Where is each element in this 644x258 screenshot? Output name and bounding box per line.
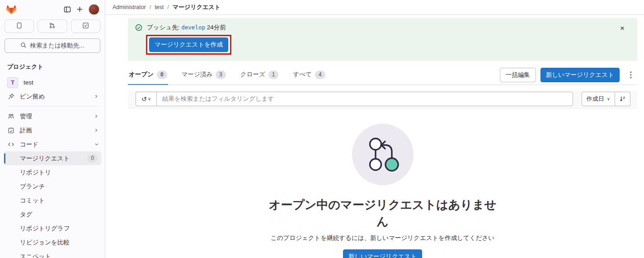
sidebar-project-row[interactable]: T test: [4, 75, 101, 89]
merge-request-illustration: [352, 124, 414, 187]
tab-open[interactable]: オープン 0: [128, 66, 168, 85]
sidebar-item-compare-revisions[interactable]: リビジョンを比較: [4, 235, 101, 249]
merge-requests-shortcut-button[interactable]: [38, 19, 67, 33]
breadcrumb-separator: /: [150, 4, 151, 10]
nav-label: 計画: [20, 127, 32, 135]
tab-count-badge: 4: [315, 70, 325, 79]
annotation-highlight-box: マージリクエストを作成: [146, 35, 231, 55]
sidebar-item-manage[interactable]: 管理 ›: [4, 109, 101, 123]
nav-section-title: プロジェクト: [4, 57, 101, 75]
kebab-menu-icon[interactable]: ⋮: [624, 70, 637, 80]
chevron-down-icon: ∨: [148, 96, 151, 101]
empty-state-title: オープン中のマージリクエストはありません: [268, 197, 497, 230]
alert-message: プッシュ先: develop 24分前: [147, 23, 226, 32]
tab-count-badge: 3: [216, 70, 226, 79]
breadcrumb-item-test[interactable]: test: [155, 4, 164, 10]
sort-field-label: 作成日: [587, 95, 604, 103]
todo-check-square-icon: [82, 22, 89, 30]
sort-controls: 作成日 ∨: [582, 92, 630, 106]
history-icon: ↺: [141, 95, 147, 103]
sidebar-item-repository[interactable]: リポジトリ: [4, 165, 101, 179]
tab-label: すべて: [293, 70, 311, 79]
sidebar-item-repository-graph[interactable]: リポジトリグラフ: [4, 221, 101, 235]
tab-label: マージ済み: [182, 70, 212, 79]
filter-bar: ↺ ∨ 作成日 ∨: [128, 90, 637, 108]
pin-icon: [7, 93, 14, 100]
alert-message-prefix: プッシュ先:: [147, 24, 180, 31]
tab-closed[interactable]: クローズ 1: [240, 66, 280, 85]
merge-request-icon: [49, 22, 56, 30]
tab-count-badge: 1: [268, 70, 279, 79]
chevron-down-icon: ∨: [607, 96, 610, 101]
breadcrumb-item-administrator[interactable]: Administrator: [113, 4, 146, 10]
sidebar-item-pinned[interactable]: ピン留め ›: [4, 89, 101, 103]
sidebar-item-snippets[interactable]: スニペット: [4, 249, 101, 258]
empty-state-description: このプロジェクトを継続するには、新しいマージリクエストを作成してください: [128, 234, 637, 242]
sidebar-toggle-icon[interactable]: [64, 6, 71, 13]
sidebar-header: [0, 0, 105, 17]
filtered-search-group: ↺ ∨: [136, 92, 573, 106]
nav-label: リポジトリ: [20, 169, 51, 177]
alert-time-ago: 24分前: [207, 24, 226, 31]
branch-link[interactable]: develop: [181, 24, 205, 31]
sidebar-item-tags[interactable]: タグ: [4, 207, 101, 221]
nav-label: タグ: [20, 211, 33, 219]
create-merge-request-button[interactable]: マージリクエストを作成: [149, 38, 228, 52]
content: プッシュ先: develop 24分前 マージリクエストを作成 × オープン 0: [105, 15, 644, 258]
calendar-icon: [7, 127, 14, 134]
mr-count-badge: 0: [87, 154, 98, 163]
new-merge-request-button[interactable]: 新しいマージリクエスト: [541, 68, 620, 82]
issue-document-icon: [16, 22, 23, 30]
tabs-actions: 一括編集 新しいマージリクエスト ⋮: [500, 68, 637, 82]
todo-shortcut-button[interactable]: [71, 19, 100, 33]
chevron-right-icon: ›: [95, 113, 98, 120]
breadcrumb: Administrator / test / マージリクエスト: [105, 0, 644, 15]
tab-merged[interactable]: マージ済み 3: [181, 66, 227, 85]
code-icon: [7, 141, 14, 148]
mr-state-tabs: オープン 0 マージ済み 3 クローズ 1 すべて 4 一括編集 新しいマー: [128, 66, 637, 85]
breadcrumb-separator: /: [167, 4, 169, 10]
sidebar-nav: プロジェクト T test ピン留め ›: [0, 56, 105, 258]
nav-label: 管理: [20, 113, 32, 121]
empty-state: オープン中のマージリクエストはありません このプロジェクトを継続するには、新しい…: [128, 108, 637, 258]
nav-divider: [7, 106, 98, 107]
main-area: Administrator / test / マージリクエスト プッシュ先: d…: [105, 0, 644, 258]
push-alert: プッシュ先: develop 24分前 マージリクエストを作成 ×: [128, 18, 637, 61]
close-icon[interactable]: ×: [620, 24, 625, 32]
chevron-right-icon: ›: [95, 127, 98, 134]
nav-label: ピン留め: [20, 93, 45, 101]
sort-direction-button[interactable]: [615, 92, 630, 106]
tab-label: オープン: [129, 70, 154, 79]
nav-label: スニペット: [20, 253, 51, 258]
app-root: 検索または移動先... プロジェクト T test ピン留め ›: [0, 0, 644, 258]
sidebar-shortcuts: [0, 17, 105, 34]
sidebar-item-commits[interactable]: コミット: [4, 193, 101, 207]
nav-label: コミット: [20, 197, 45, 205]
sidebar-item-merge-requests[interactable]: マージリクエスト 0: [4, 151, 101, 165]
issues-shortcut-button[interactable]: [5, 19, 34, 33]
check-circle-icon: [135, 24, 142, 31]
gitlab-logo-icon[interactable]: [5, 4, 17, 15]
create-new-plus-icon[interactable]: [76, 6, 83, 13]
sort-descending-icon: [619, 95, 626, 102]
sidebar-item-code[interactable]: コード ›: [4, 137, 101, 151]
nav-label: コード: [20, 141, 38, 149]
empty-state-new-merge-request-button[interactable]: 新しいマージリクエスト: [343, 249, 422, 258]
chevron-right-icon: ›: [95, 93, 98, 100]
tab-label: クローズ: [240, 70, 265, 79]
sidebar-item-plan[interactable]: 計画 ›: [4, 123, 101, 137]
search-history-button[interactable]: ↺ ∨: [136, 92, 156, 106]
breadcrumb-item-merge-requests: マージリクエスト: [173, 3, 221, 11]
sidebar: 検索または移動先... プロジェクト T test ピン留め ›: [0, 0, 105, 258]
bulk-edit-button[interactable]: 一括編集: [500, 68, 536, 82]
sidebar-item-branches[interactable]: ブランチ: [4, 179, 101, 193]
filter-search-input[interactable]: [156, 92, 573, 106]
sort-field-button[interactable]: 作成日 ∨: [582, 92, 615, 106]
nav-label: ブランチ: [20, 183, 45, 191]
chevron-down-icon: ›: [93, 143, 100, 146]
tab-count-badge: 0: [157, 70, 167, 79]
tab-all[interactable]: すべて 4: [292, 66, 326, 85]
nav-label: リポジトリグラフ: [20, 225, 70, 233]
user-avatar[interactable]: [89, 4, 99, 15]
search-or-go-to[interactable]: 検索または移動先...: [5, 38, 100, 53]
